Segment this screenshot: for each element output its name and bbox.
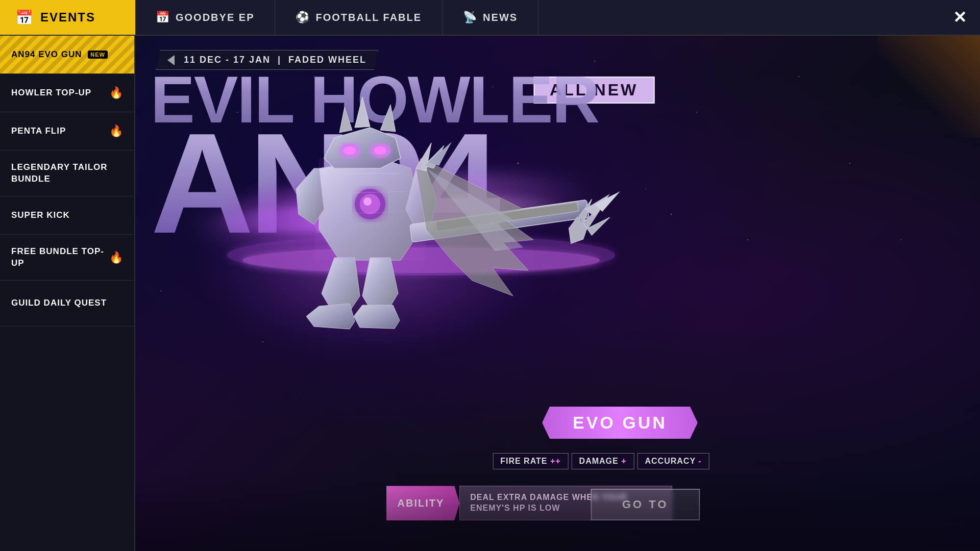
- football-fable-tab[interactable]: ⚽ FOOTBALL FABLE: [275, 0, 443, 35]
- broadcast-icon: 📡: [463, 11, 477, 24]
- fire-rate-modifier: ++: [550, 457, 561, 465]
- sidebar-item-label: SUPER KICK: [11, 210, 70, 221]
- new-badge: NEW: [88, 51, 108, 59]
- date-range: 11 DEC - 17 JAN | FADED WHEEL: [184, 55, 366, 65]
- svg-marker-10: [380, 105, 396, 132]
- fire-icon: 🔥: [109, 86, 123, 99]
- sidebar-item-howler-top-up[interactable]: HOWLER TOP-UP 🔥: [0, 74, 134, 112]
- sidebar-item-label: LEGENDARY TAILOR BUNDLE: [11, 162, 123, 184]
- fire-icon: 🔥: [109, 251, 123, 264]
- corner-deco: [878, 36, 980, 138]
- main-layout: AN94 EVO GUN NEW HOWLER TOP-UP 🔥 PENTA F…: [0, 36, 980, 551]
- sidebar-item-label: HOWLER TOP-UP: [11, 87, 91, 98]
- news-label: NEWS: [483, 12, 518, 23]
- sidebar-item-guild-daily-quest[interactable]: GUILD DAILY QUEST: [0, 281, 134, 327]
- accuracy-stat: ACCURACY -: [637, 453, 709, 469]
- evo-gun-text: EVO GUN: [573, 413, 667, 432]
- content-area: 11 DEC - 17 JAN | FADED WHEEL ALL NEW EV…: [135, 36, 980, 551]
- close-icon: ✕: [953, 8, 967, 27]
- sidebar: AN94 EVO GUN NEW HOWLER TOP-UP 🔥 PENTA F…: [0, 36, 135, 551]
- svg-point-8: [374, 146, 386, 155]
- goodbye-ep-label: GOODBYE EP: [176, 12, 254, 23]
- damage-label: DAMAGE: [579, 457, 622, 465]
- accuracy-label: ACCURACY: [645, 457, 698, 465]
- damage-stat: DAMAGE +: [572, 453, 634, 469]
- sidebar-item-free-bundle-top-up[interactable]: FREE BUNDLE TOP-UP 🔥: [0, 235, 134, 281]
- svg-marker-35: [314, 158, 426, 260]
- bottom-overlay: [135, 474, 980, 551]
- svg-point-6: [344, 146, 356, 155]
- sidebar-item-an94-evo-gun[interactable]: AN94 EVO GUN NEW: [0, 36, 134, 74]
- sidebar-item-super-kick[interactable]: SUPER KICK: [0, 196, 134, 235]
- svg-marker-26: [354, 305, 400, 329]
- sidebar-item-legendary-tailor-bundle[interactable]: LEGENDARY TAILOR BUNDLE: [0, 151, 134, 196]
- fire-rate-label: FIRE RATE: [500, 457, 550, 465]
- svg-marker-9: [339, 107, 352, 133]
- events-label: EVENTS: [40, 10, 95, 24]
- sidebar-item-label: GUILD DAILY QUEST: [11, 297, 107, 309]
- sidebar-item-label: PENTA FLIP: [11, 126, 66, 137]
- sidebar-item-penta-flip[interactable]: PENTA FLIP 🔥: [0, 112, 134, 151]
- banner-arrow: [167, 55, 175, 65]
- svg-marker-31: [429, 142, 452, 166]
- sidebar-item-label: FREE BUNDLE TOP-UP: [11, 246, 109, 268]
- damage-modifier: +: [621, 457, 626, 465]
- evo-gun-banner: EVO GUN: [542, 407, 698, 439]
- close-button[interactable]: ✕: [939, 0, 980, 35]
- news-tab[interactable]: 📡 NEWS: [443, 0, 538, 35]
- fire-icon: 🔥: [109, 124, 123, 138]
- football-fable-label: FOOTBALL FABLE: [315, 12, 422, 23]
- svg-marker-11: [355, 97, 370, 128]
- fire-rate-stat: FIRE RATE ++: [493, 453, 568, 469]
- goodbye-ep-tab[interactable]: 📅 GOODBYE EP: [135, 0, 275, 35]
- stats-row: FIRE RATE ++ DAMAGE + ACCURACY -: [493, 453, 709, 469]
- events-tab[interactable]: 📅 EVENTS: [0, 0, 135, 35]
- accuracy-modifier: -: [698, 457, 701, 465]
- goodbye-ep-icon: 📅: [156, 11, 169, 24]
- calendar-icon: 📅: [15, 9, 33, 26]
- top-navigation: 📅 EVENTS 📅 GOODBYE EP ⚽ FOOTBALL FABLE 📡…: [0, 0, 980, 36]
- weapon-art: [166, 66, 625, 423]
- sidebar-item-label: AN94 EVO GUN NEW: [11, 49, 108, 60]
- football-icon: ⚽: [296, 11, 309, 24]
